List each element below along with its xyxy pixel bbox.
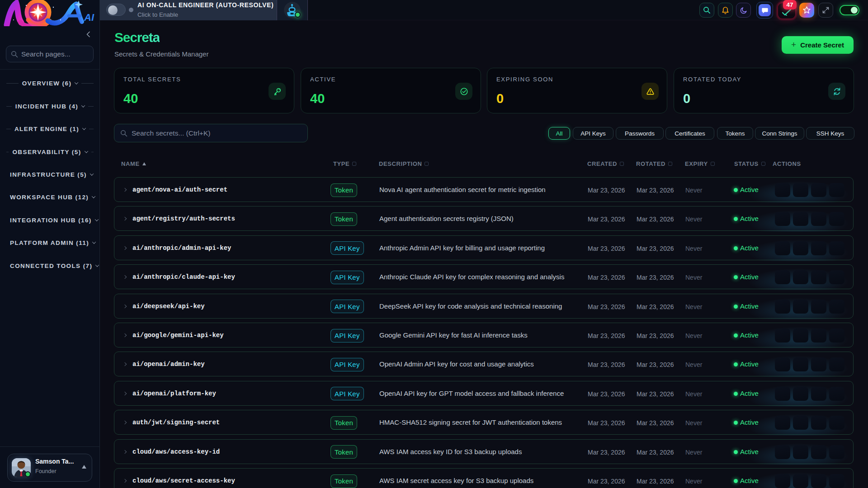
svg-text:AI: AI: [84, 12, 94, 23]
